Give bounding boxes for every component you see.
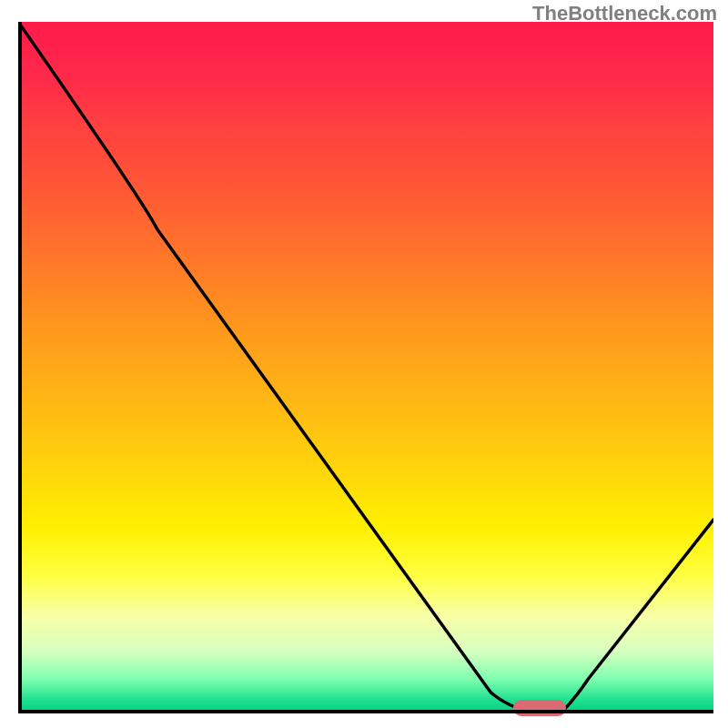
optimal-marker	[513, 700, 566, 716]
watermark-text: TheBottleneck.com	[532, 2, 717, 25]
bottleneck-curve	[18, 22, 713, 713]
chart-container	[18, 22, 713, 713]
